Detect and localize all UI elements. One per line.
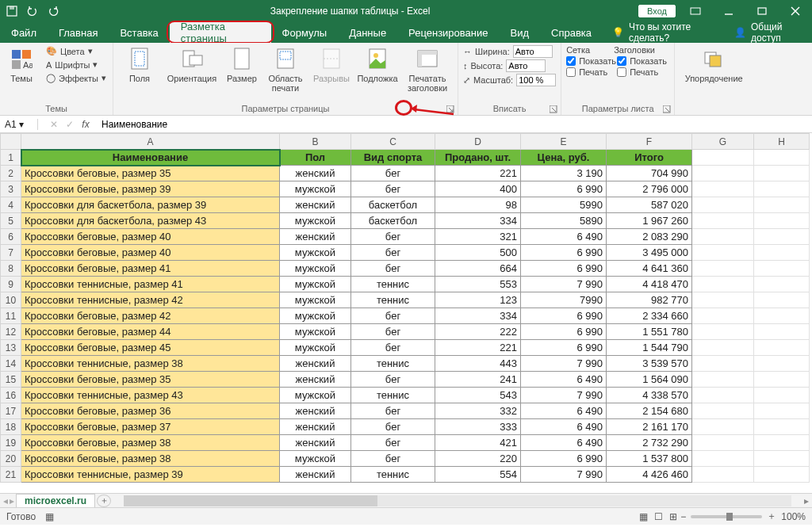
maximize-icon[interactable] (749, 3, 776, 19)
cell[interactable] (692, 292, 754, 308)
cell[interactable]: мужской (280, 277, 351, 292)
cell[interactable] (754, 181, 810, 197)
cell[interactable]: 4 426 460 (607, 467, 692, 483)
table-header-cell[interactable]: Цена, руб. (521, 150, 607, 166)
cell[interactable] (754, 356, 810, 372)
formula-input[interactable] (102, 119, 419, 130)
table-header-cell[interactable]: Продано, шт. (435, 150, 521, 166)
headings-view-check[interactable]: Показать (617, 56, 667, 66)
cell[interactable] (754, 213, 810, 229)
cell[interactable]: 6 990 (521, 340, 607, 356)
cell[interactable]: Кроссовки беговые, размер 41 (21, 261, 280, 277)
cell[interactable]: мужской (280, 261, 351, 277)
cell[interactable]: 123 (435, 292, 521, 308)
cell[interactable]: 6 490 (521, 229, 607, 245)
cell[interactable]: Кроссовки беговые, размер 40 (21, 229, 280, 245)
theme-effects[interactable]: ◯Эффекты ▾ (44, 72, 108, 84)
cell[interactable]: 221 (435, 166, 521, 181)
cell[interactable] (754, 388, 810, 403)
cell[interactable]: 7 990 (521, 356, 607, 372)
cell[interactable]: 4 418 470 (607, 277, 692, 292)
cell[interactable]: бег (351, 308, 435, 324)
cell[interactable]: бег (351, 451, 435, 467)
cell[interactable]: 6 490 (521, 419, 607, 435)
cell[interactable] (692, 435, 754, 451)
cell[interactable]: Кроссовки беговые, размер 44 (21, 324, 280, 340)
cell[interactable]: баскетбол (351, 197, 435, 213)
cell[interactable]: 2 334 660 (607, 308, 692, 324)
cell[interactable]: женский (280, 166, 351, 181)
cell[interactable] (754, 292, 810, 308)
cell[interactable]: женский (280, 372, 351, 388)
cell[interactable]: бег (351, 372, 435, 388)
cell[interactable]: Кроссовки теннисные, размер 38 (21, 356, 280, 372)
breaks-button[interactable]: Разрывы (310, 45, 353, 85)
zoom-slider[interactable] (691, 515, 762, 518)
tab-data[interactable]: Данные (338, 22, 397, 43)
row-header[interactable]: 18 (1, 419, 21, 435)
cell[interactable]: 2 154 680 (607, 403, 692, 419)
view-page-break-icon[interactable]: ⊞ (666, 511, 680, 522)
cell[interactable]: 6 490 (521, 435, 607, 451)
cell[interactable] (754, 372, 810, 388)
cell[interactable]: 982 770 (607, 292, 692, 308)
cell[interactable]: женский (280, 467, 351, 483)
cell[interactable]: 2 161 170 (607, 419, 692, 435)
cell[interactable]: 3 539 570 (607, 356, 692, 372)
row-header[interactable]: 11 (1, 308, 21, 324)
themes-button[interactable]: Aa Темы (5, 45, 38, 85)
width-control[interactable]: ↔Ширина: (463, 45, 556, 58)
page-setup-launcher[interactable] (446, 105, 455, 114)
cell[interactable]: бег (351, 166, 435, 181)
cell[interactable]: мужской (280, 181, 351, 197)
cell[interactable] (692, 150, 754, 166)
tab-help[interactable]: Справка (540, 22, 603, 43)
cell[interactable]: 221 (435, 340, 521, 356)
cell[interactable] (754, 245, 810, 261)
new-sheet-button[interactable]: ＋ (97, 495, 111, 507)
name-box[interactable]: A1 ▾ (0, 119, 38, 130)
cell[interactable]: 7 990 (521, 388, 607, 403)
cell[interactable]: теннис (351, 388, 435, 403)
col-header[interactable]: A (21, 134, 280, 150)
cell[interactable]: 543 (435, 388, 521, 403)
cell[interactable] (692, 340, 754, 356)
sheet-options-launcher[interactable] (662, 105, 672, 114)
cell[interactable]: Кроссовки теннисные, размер 42 (21, 292, 280, 308)
cell[interactable]: Кроссовки теннисные, размер 43 (21, 388, 280, 403)
table-header-cell[interactable]: Вид спорта (351, 150, 435, 166)
col-header[interactable]: E (521, 134, 607, 150)
cell[interactable]: теннис (351, 356, 435, 372)
cell[interactable]: 704 990 (607, 166, 692, 181)
background-button[interactable]: Подложка (356, 45, 399, 85)
enter-icon[interactable]: ✓ (66, 119, 74, 130)
scale-input[interactable] (516, 74, 556, 86)
cell[interactable] (692, 372, 754, 388)
print-titles-button[interactable]: Печатать заголовки (402, 45, 453, 94)
row-header[interactable]: 15 (1, 372, 21, 388)
zoom-level[interactable]: 100% (781, 511, 806, 522)
cell[interactable]: 2 732 290 (607, 435, 692, 451)
cell[interactable]: Кроссовки беговые, размер 36 (21, 403, 280, 419)
headings-print-check[interactable]: Печать (617, 67, 658, 77)
row-header[interactable]: 8 (1, 261, 21, 277)
theme-colors[interactable]: 🎨Цвета ▾ (44, 45, 108, 57)
cell[interactable]: мужской (280, 308, 351, 324)
col-header[interactable]: F (607, 134, 692, 150)
cell[interactable]: мужской (280, 292, 351, 308)
cell[interactable]: бег (351, 181, 435, 197)
cell[interactable]: 222 (435, 324, 521, 340)
cell[interactable]: 3 190 (521, 166, 607, 181)
cell[interactable] (692, 181, 754, 197)
cell[interactable]: Кроссовки беговые, размер 38 (21, 435, 280, 451)
cell[interactable] (754, 403, 810, 419)
row-header[interactable]: 13 (1, 340, 21, 356)
cell[interactable]: женский (280, 403, 351, 419)
cell[interactable]: 664 (435, 261, 521, 277)
cell[interactable]: 1 564 090 (607, 372, 692, 388)
cell[interactable]: Кроссовки беговые, размер 35 (21, 372, 280, 388)
cell[interactable]: 6 990 (521, 181, 607, 197)
row-header[interactable]: 6 (1, 229, 21, 245)
cell[interactable]: женский (280, 419, 351, 435)
cell[interactable]: женский (280, 197, 351, 213)
